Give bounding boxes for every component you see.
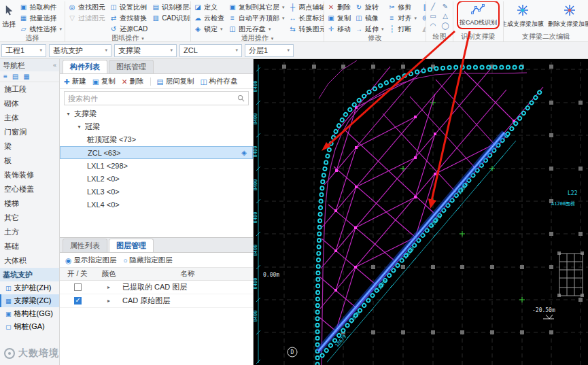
sidebar-item-mass-concrete[interactable]: 大体积 [0, 254, 59, 268]
cad-drawing[interactable]: 8400 8400 8400 8400 8400 8400 8400 8400 … [254, 59, 588, 365]
pick-component-button[interactable]: ▣拾取构件 [18, 2, 63, 12]
category-combo[interactable]: 支撑梁▾ [114, 44, 177, 57]
inter-layer-copy-button[interactable]: 层间复制 [165, 77, 194, 86]
sidebar-item-openings[interactable]: 门窗洞 [0, 125, 59, 139]
delete-component-button[interactable]: 删除 [130, 77, 144, 86]
set-scale-button[interactable]: ◫设置比例 [108, 2, 149, 12]
filter-element-button[interactable]: ▽过滤图元 [67, 13, 107, 23]
recognize-floor-table-button[interactable]: ▤识别楼层表 [150, 2, 191, 12]
linear-select-button[interactable]: ▱线性选择▾ [18, 24, 63, 34]
two-point-aux-axis-button[interactable]: ┼两点辅轴▾ [288, 2, 324, 12]
offset-button[interactable]: ∥偏移 [419, 2, 426, 12]
find-replace-button[interactable]: ⇄查找替换 [108, 13, 149, 23]
convert-element-button[interactable]: ⇆转换图元▾ [288, 24, 324, 34]
search-input[interactable] [68, 94, 237, 103]
locate-icon[interactable]: ◈ [241, 149, 247, 156]
sidebar-item-earthwork[interactable]: 土方 [0, 225, 59, 239]
break-button[interactable]: ┆打断 [387, 24, 419, 34]
expand-open-icon[interactable]: ▾ [65, 111, 71, 117]
tab-property-list[interactable]: 属性列表 [63, 239, 107, 252]
sidebar-item-slab[interactable]: 板 [0, 154, 59, 168]
length-dimension-button[interactable]: ↔长度标注▾ [288, 13, 324, 23]
merge-button[interactable]: ⊕合并 [419, 13, 426, 23]
show-specified-layer-button[interactable]: 显示指定图层 [73, 256, 116, 265]
expand-closed-icon[interactable]: ▸ [95, 298, 122, 304]
grid-view-icon[interactable]: ▤ [12, 73, 18, 80]
draw-line-button[interactable]: ╱ [428, 2, 438, 11]
layer-visibility-checkbox[interactable] [74, 283, 82, 291]
sidebar-item-stairs[interactable]: 楼梯 [0, 196, 59, 211]
copy-button[interactable]: ▣复制 [326, 13, 352, 23]
draw-pencil-button[interactable]: ✎ [440, 2, 451, 11]
tile-view-icon[interactable]: ▦ [23, 73, 29, 80]
trim-button[interactable]: ✂修剪 [387, 2, 419, 12]
layer-row-original[interactable]: ▸ CAD 原始图层 [60, 294, 253, 308]
sidebar-item-main-structure[interactable]: 主体 [0, 111, 59, 125]
extend-button[interactable]: →延伸▾ [353, 24, 385, 34]
draw-rect-button[interactable]: ▭ [428, 12, 438, 20]
list-view-icon[interactable]: ≡ [3, 73, 7, 80]
sidebar-item-beam[interactable]: 梁 [0, 139, 59, 154]
tab-layer-management[interactable]: 图层管理 [109, 239, 154, 252]
copy-component-button[interactable]: 复制 [101, 77, 116, 86]
delete-button[interactable]: ✕删除 [326, 2, 352, 12]
sidebar-item-foundation[interactable]: 基础 [0, 239, 59, 254]
tree-item[interactable]: LXL3 <0> [60, 185, 253, 198]
auto-align-top-button[interactable]: ≡自动平齐顶部▾ [227, 13, 286, 23]
align-button[interactable]: ≡对齐▾ [387, 13, 419, 23]
delete-haunch-button[interactable]: 删除支撑梁加腋 [547, 2, 588, 29]
define-icon: ◪ [194, 3, 202, 11]
sidebar-item-steel-pile[interactable]: ▢钢桩(GA) [0, 320, 59, 333]
tab-drawing-management[interactable]: 图纸管理 [109, 60, 154, 73]
sidebar-item-decoration[interactable]: 装饰装修 [0, 168, 59, 182]
copy-to-other-layer-button[interactable]: ▣复制到其它层▾ [227, 2, 286, 12]
select-tool-button[interactable]: 选择 [1, 2, 16, 29]
find-element-button[interactable]: ◎查找图元 [67, 2, 107, 12]
sidebar-item-construction-section[interactable]: 施工段 [0, 82, 59, 97]
expand-open-icon[interactable]: ▾ [76, 124, 82, 130]
sidebar-section-pit-support[interactable]: 基坑支护 [0, 268, 59, 281]
cloud-check-button[interactable]: ☁云检查 [192, 13, 226, 23]
tree-item[interactable]: LXL1 <298> [60, 159, 253, 172]
hide-specified-layer-button[interactable]: 隐藏指定图层 [130, 256, 173, 265]
expand-closed-icon[interactable]: ▸ [95, 284, 122, 290]
tree-item-group[interactable]: ▾冠梁 [60, 120, 253, 133]
lock-button[interactable]: ◈锁定▾ [192, 24, 226, 34]
rotate-button[interactable]: ↻旋转 [353, 2, 385, 12]
sidebar-item-lattice-column[interactable]: ▣格构柱(GG) [0, 307, 59, 320]
define-button[interactable]: ◪定义 [192, 2, 226, 12]
component-combo[interactable]: ZCL▾ [179, 44, 242, 57]
tree-item[interactable]: LXL4 <0> [60, 198, 253, 211]
restore-cad-button[interactable]: ↺还原CAD [108, 24, 149, 34]
tab-component-list[interactable]: 构件列表 [63, 60, 107, 73]
batch-select-button[interactable]: ▦批量选择 [18, 13, 63, 23]
cad-recognition-options-button[interactable]: ▥CAD识别选项 [150, 13, 191, 23]
save-component-button[interactable]: 构件存盘 [209, 77, 237, 86]
draw-polygon-button[interactable]: △ [440, 12, 451, 20]
new-component-button[interactable]: 新建 [72, 77, 86, 86]
cad-canvas[interactable]: 8400 8400 8400 8400 8400 8400 8400 8400 … [254, 59, 588, 365]
layer-visibility-checkbox[interactable] [74, 297, 82, 305]
split-button[interactable]: ◭分割 [419, 24, 426, 34]
move-button[interactable]: ✛移动 [326, 24, 352, 34]
module-combo[interactable]: 基坑支护▾ [49, 44, 111, 57]
generate-haunch-button[interactable]: 生成支撑梁加腋 [504, 2, 545, 29]
recognize-by-cad-line-button[interactable]: 按CAD线识别 [458, 2, 498, 28]
sidebar-item-support-pile[interactable]: ◫支护桩(ZH) [0, 281, 59, 294]
layer-combo[interactable]: 分层1▾ [245, 44, 294, 57]
draw-circle-button[interactable]: ◯ [440, 21, 451, 30]
layer-row-extracted[interactable]: ▸ 已提取的 CAD 图层 [60, 281, 253, 294]
tree-item[interactable]: 桩顶冠梁 <73> [60, 133, 253, 146]
tree-item-root[interactable]: ▾支撑梁 [60, 107, 253, 120]
sidebar-item-support-beam[interactable]: ▦支撑梁(ZC) [0, 294, 59, 307]
draw-arc-button[interactable]: ◠ [428, 21, 438, 30]
sidebar-item-masonry[interactable]: 砌体 [0, 97, 59, 111]
sidebar-item-others[interactable]: 其它 [0, 211, 59, 225]
collapse-icon[interactable]: « [53, 62, 56, 69]
save-elements-button[interactable]: ◫图元存盘▾ [227, 24, 286, 34]
tree-item[interactable]: LXL2 <0> [60, 172, 253, 185]
sidebar-item-hollow-floor[interactable]: 空心楼盖 [0, 182, 59, 196]
tree-item-selected[interactable]: ZCL <63>◈ [60, 146, 253, 159]
project-combo[interactable]: 工程1▾ [1, 44, 46, 57]
mirror-button[interactable]: ◫镜像 [353, 13, 385, 23]
